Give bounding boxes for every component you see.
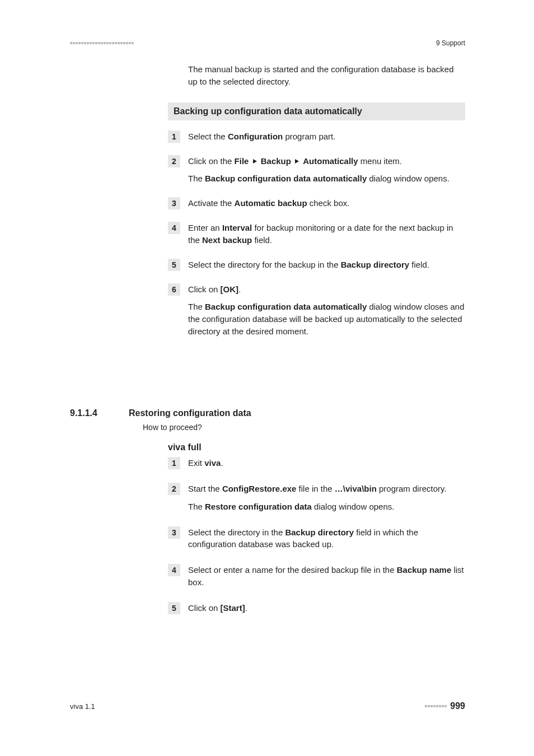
step-text-bold: Configuration xyxy=(228,132,283,141)
footer-right: 999 xyxy=(425,701,465,711)
triangle-icon xyxy=(253,159,257,164)
header-ornament xyxy=(70,42,134,44)
step-text-bold: Backup directory xyxy=(285,528,354,537)
subsection-number: 9.1.1.4 xyxy=(70,408,129,418)
step-body: Activate the Automatic backup check box. xyxy=(188,197,465,209)
step-text-bold: Backup name xyxy=(397,565,452,575)
step-number: 2 xyxy=(168,483,180,495)
step-number: 2 xyxy=(168,155,180,167)
step-text: dialog window opens. xyxy=(312,502,395,511)
step-text-bold: [Start] xyxy=(221,603,245,613)
step-text: Click on xyxy=(188,603,221,613)
step-number: 1 xyxy=(168,130,180,143)
step-text: check box. xyxy=(307,198,350,208)
step-number: 6 xyxy=(168,283,180,296)
howto-label: How to proceed? xyxy=(143,423,202,432)
step-text: Select the xyxy=(188,132,228,141)
page-number: 999 xyxy=(450,701,465,711)
step-body: Start the ConfigRestore.exe file in the … xyxy=(188,483,465,513)
footer-product: viva 1.1 xyxy=(70,702,95,711)
section-heading-bar: Backing up configuration data automatica… xyxy=(168,102,465,120)
triangle-icon xyxy=(295,159,299,164)
step-body: Click on [OK]. The Backup configuration … xyxy=(188,283,465,338)
step-text-bold: Automatic backup xyxy=(235,198,307,208)
procedure-step: 3 Select the directory in the Backup dir… xyxy=(168,526,465,551)
procedure-step: 1 Select the Configuration program part. xyxy=(168,130,465,143)
step-text: menu item. xyxy=(358,156,402,166)
step-text-bold: Backup configuration data automatically xyxy=(205,174,367,183)
step-number: 5 xyxy=(168,259,180,271)
step-text-bold: Backup configuration data automatically xyxy=(205,302,367,311)
step-text: Exit xyxy=(188,458,204,468)
step-text: The xyxy=(188,174,205,183)
step-text-bold: File xyxy=(235,156,249,166)
procedure-step: 4 Enter an Interval for backup monitorin… xyxy=(168,222,465,246)
step-text-bold: …\viva\bin xyxy=(335,484,377,493)
step-text: . xyxy=(245,603,247,613)
procedure-step: 4 Select or enter a name for the desired… xyxy=(168,564,465,589)
step-body: Click on [Start]. xyxy=(188,602,465,614)
step-text-bold: viva xyxy=(204,458,221,468)
header-chapter: 9 Support xyxy=(436,39,465,47)
subsection-heading: 9.1.1.4 Restoring configuration data xyxy=(70,408,465,418)
step-body: Exit viva. xyxy=(188,457,465,469)
step-number: 3 xyxy=(168,526,180,539)
step-number: 5 xyxy=(168,602,180,614)
procedure-step: 5 Click on [Start]. xyxy=(168,602,465,614)
step-text: Select the directory in the xyxy=(188,528,285,537)
step-text: Activate the xyxy=(188,198,235,208)
step-text: . xyxy=(238,284,241,294)
step-text-bold: ConfigRestore.exe xyxy=(222,484,297,493)
subsection-title: Restoring configuration data xyxy=(129,408,251,418)
step-text: The xyxy=(188,502,205,511)
step-body: Enter an Interval for backup monitoring … xyxy=(188,222,465,246)
step-text: file in the xyxy=(296,484,334,493)
step-text: Start the xyxy=(188,484,222,493)
step-text: dialog window opens. xyxy=(367,174,449,183)
step-text: Click on xyxy=(188,284,221,294)
step-text-bold: Backup directory xyxy=(341,260,410,269)
step-text: field. xyxy=(252,235,272,245)
footer-ornament xyxy=(425,705,447,707)
step-text: Select or enter a name for the desired b… xyxy=(188,565,397,575)
step-text-bold: Interval xyxy=(222,223,252,232)
step-text: Enter an xyxy=(188,223,222,232)
step-body: Click on the File Backup Automatically m… xyxy=(188,155,465,185)
step-text-bold: Backup xyxy=(261,156,291,166)
procedure-step: 5 Select the directory for the backup in… xyxy=(168,259,465,271)
step-number: 4 xyxy=(168,222,180,234)
procedure-step: 6 Click on [OK]. The Backup configuratio… xyxy=(168,283,465,338)
step-number: 3 xyxy=(168,197,180,209)
step-text: Click on the xyxy=(188,156,235,166)
procedure-step: 2 Start the ConfigRestore.exe file in th… xyxy=(168,483,465,513)
step-body: Select the directory for the backup in t… xyxy=(188,259,465,271)
page-footer: viva 1.1 999 xyxy=(70,701,465,711)
step-text-bold: Next backup xyxy=(202,235,252,245)
step-text: field. xyxy=(409,260,429,269)
step-body: Select or enter a name for the desired b… xyxy=(188,564,465,589)
step-text-bold: Automatically xyxy=(303,156,358,166)
page-header: 9 Support xyxy=(70,39,465,47)
procedure-step: 1 Exit viva. xyxy=(168,457,465,469)
step-text: Select the directory for the backup in t… xyxy=(188,260,341,269)
procedure-step: 3 Activate the Automatic backup check bo… xyxy=(168,197,465,209)
variant-heading: viva full xyxy=(168,442,202,452)
step-body: Select the directory in the Backup direc… xyxy=(188,526,465,551)
procedure-step: 2 Click on the File Backup Automatically… xyxy=(168,155,465,185)
step-body: Select the Configuration program part. xyxy=(188,130,465,143)
step-text-bold: [OK] xyxy=(221,284,239,294)
step-text: program part. xyxy=(283,132,335,141)
step-text: . xyxy=(221,458,223,468)
intro-paragraph: The manual backup is started and the con… xyxy=(188,63,465,88)
step-text-bold: Restore configuration data xyxy=(205,502,312,511)
step-number: 4 xyxy=(168,564,180,576)
step-text: program directory. xyxy=(377,484,447,493)
step-number: 1 xyxy=(168,457,180,469)
step-text: The xyxy=(188,302,205,311)
